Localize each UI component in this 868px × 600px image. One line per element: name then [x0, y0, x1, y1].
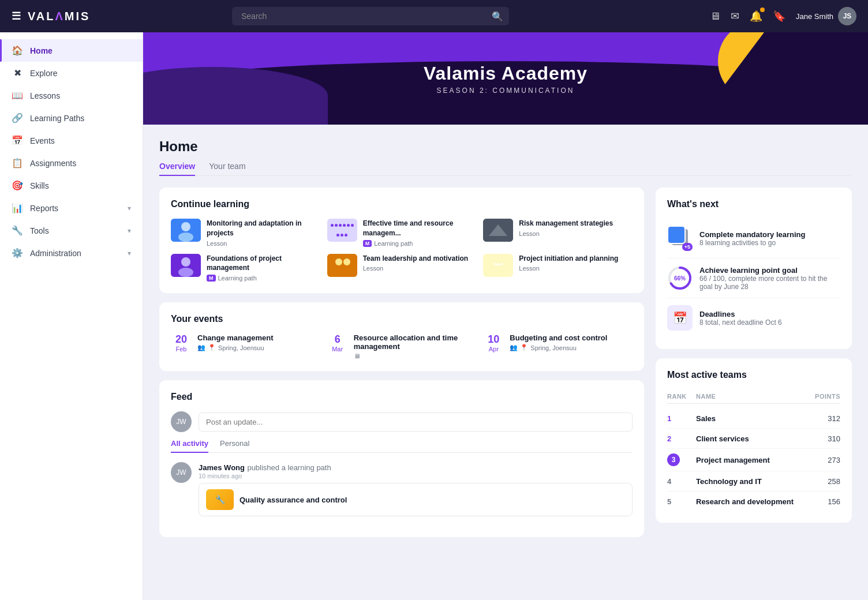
- learning-name-4: Foundations of project management: [207, 254, 320, 273]
- skills-icon: 🎯: [12, 180, 23, 191]
- whats-next-card: What's next +5 Complete mandatory learni…: [656, 187, 852, 349]
- learning-thumb-5: [327, 254, 357, 277]
- team-row-5[interactable]: 5 Research and development 156: [667, 492, 840, 511]
- team-name-2: Client services: [696, 434, 794, 443]
- location-icon-1: 📍: [208, 344, 216, 351]
- teams-table: RANK NAME POINTS 1 Sales 312: [667, 389, 840, 511]
- feed-item-content-1: James Wong published a learning path 10 …: [199, 462, 633, 516]
- sidebar-item-tools[interactable]: 🔧 Tools ▾: [0, 219, 143, 242]
- learning-type-6: Lesson: [519, 265, 633, 272]
- event-item-3[interactable]: 10 Apr Budgeting and cost control 👥 📍 Sp…: [483, 333, 633, 359]
- events-grid: 20 Feb Change management 👥 📍 Spring, Joe…: [171, 333, 633, 359]
- sidebar-label-administration: Administration: [30, 249, 81, 258]
- progress-circle: 66%: [667, 265, 693, 291]
- event-item-2[interactable]: 6 Mar Resource allocation and time manag…: [327, 333, 477, 359]
- notification-badge: [760, 7, 765, 12]
- content-area: Valamis Academy SEASON 2: COMMUNICATION …: [143, 32, 868, 600]
- sidebar-label-assignments: Assignments: [30, 159, 76, 168]
- learning-name-6: Project initiation and planning: [519, 254, 633, 264]
- search-bar: 🔍: [232, 7, 509, 25]
- most-active-teams-title: Most active teams: [667, 370, 840, 380]
- event-item-1[interactable]: 20 Feb Change management 👥 📍 Spring, Joe…: [171, 333, 320, 359]
- sidebar-item-home[interactable]: 🏠 Home: [0, 39, 143, 62]
- wn-deadlines-title: Deadlines: [699, 310, 840, 318]
- learning-thumb-3: [483, 219, 513, 242]
- team-row-4[interactable]: 4 Technology and IT 258: [667, 471, 840, 492]
- page-title: Home: [159, 138, 852, 155]
- sidebar-item-lessons[interactable]: 📖 Lessons: [0, 84, 143, 107]
- wn-stack-img-1: [667, 226, 686, 244]
- sidebar-item-reports[interactable]: 📊 Reports ▾: [0, 197, 143, 219]
- sidebar-item-skills[interactable]: 🎯 Skills: [0, 174, 143, 197]
- events-card: Your events 20 Feb Change management: [159, 302, 644, 371]
- type-badge-4: M: [207, 275, 216, 282]
- mail-icon[interactable]: ✉: [731, 10, 739, 22]
- screens-icon[interactable]: 🖥: [710, 10, 720, 22]
- search-input[interactable]: [232, 7, 509, 25]
- learning-type-5: Lesson: [363, 265, 477, 272]
- learning-type-1: Lesson: [207, 240, 320, 247]
- svg-rect-7: [327, 254, 357, 277]
- learning-thumb-6: 〰: [483, 254, 513, 277]
- hamburger-icon[interactable]: ☰: [12, 10, 22, 22]
- event-month-2: Mar: [327, 346, 348, 352]
- team-rank-3: 3: [667, 453, 696, 466]
- team-name-5: Research and development: [696, 497, 794, 506]
- event-meta-3: 👥 📍 Spring, Joensuu: [510, 344, 633, 351]
- learning-item-5[interactable]: Team leadership and motivation Lesson: [327, 254, 477, 282]
- team-row-2[interactable]: 2 Client services 310: [667, 429, 840, 449]
- learning-name-2: Effective time and resource managem...: [363, 219, 477, 238]
- svg-point-5: [181, 257, 190, 267]
- event-info-3: Budgeting and cost control 👥 📍 Spring, J…: [510, 333, 633, 351]
- learning-paths-icon: 🔗: [12, 112, 23, 123]
- event-date-2: 6 Mar: [327, 333, 348, 352]
- team-rank-4: 4: [667, 476, 696, 486]
- learning-info-2: Effective time and resource managem... M…: [363, 219, 477, 247]
- feed-input[interactable]: [199, 412, 633, 432]
- whats-next-mandatory[interactable]: +5 Complete mandatory learning 8 learnin…: [667, 219, 840, 258]
- learning-thumb-2: [327, 219, 357, 242]
- learning-item-3[interactable]: Risk management strategies Lesson: [483, 219, 633, 247]
- event-meta-2: 🖥: [354, 352, 477, 359]
- hero-banner: Valamis Academy SEASON 2: COMMUNICATION: [143, 32, 868, 125]
- calendar-icon: 📅: [667, 305, 693, 331]
- reports-icon: 📊: [12, 202, 23, 213]
- explore-icon: ✖: [12, 68, 23, 78]
- learning-item-6[interactable]: 〰 Project initiation and planning Lesson: [483, 254, 633, 282]
- main-layout: 🏠 Home ✖ Explore 📖 Lessons 🔗 Learning Pa…: [0, 32, 868, 600]
- team-rank-5: 5: [667, 496, 696, 507]
- group-icon-3: 👥: [510, 344, 518, 351]
- sidebar-item-assignments[interactable]: 📋 Assignments: [0, 152, 143, 174]
- sidebar-item-learning-paths[interactable]: 🔗 Learning Paths: [0, 107, 143, 129]
- sidebar-item-explore[interactable]: ✖ Explore: [0, 62, 143, 84]
- rank-label-3: 3: [667, 453, 680, 466]
- team-points-5: 156: [794, 497, 840, 506]
- whats-next-goal[interactable]: 66% Achieve learning point goal 66 / 100…: [667, 258, 840, 298]
- tab-overview[interactable]: Overview: [159, 162, 195, 175]
- two-col-layout: Continue learning Monitoring and adaptat…: [159, 187, 852, 546]
- whats-next-deadlines[interactable]: 📅 Deadlines 8 total, next deadline Oct 6: [667, 298, 840, 337]
- most-active-teams-card: Most active teams RANK NAME POINTS 1: [656, 358, 852, 523]
- user-chip[interactable]: Jane Smith JS: [796, 7, 856, 25]
- team-row-1[interactable]: 1 Sales 312: [667, 408, 840, 429]
- learning-item-1[interactable]: Monitoring and adaptation in projects Le…: [171, 219, 320, 247]
- learning-thumb-4: [171, 254, 201, 277]
- feed-item-card-1[interactable]: 🔧 Quality assurance and control: [199, 483, 633, 516]
- team-row-3[interactable]: 3 Project management 273: [667, 449, 840, 471]
- feed-card-name-1: Quality assurance and control: [240, 496, 347, 504]
- topnav: ☰ VALΛMIS 🔍 🖥 ✉ 🔔 🔖 Jane Smith JS: [0, 0, 868, 32]
- learning-info-4: Foundations of project management M Lear…: [207, 254, 320, 282]
- search-icon: 🔍: [492, 11, 503, 22]
- events-title: Your events: [171, 314, 633, 324]
- sidebar-item-administration[interactable]: ⚙️ Administration ▾: [0, 242, 143, 264]
- learning-item-2[interactable]: Effective time and resource managem... M…: [327, 219, 477, 247]
- sidebar-item-events[interactable]: 📅 Events: [0, 129, 143, 152]
- bookmark-icon[interactable]: 🔖: [773, 10, 785, 22]
- notification-icon[interactable]: 🔔: [750, 10, 762, 22]
- tab-your-team[interactable]: Your team: [209, 162, 245, 175]
- feed-tab-personal[interactable]: Personal: [220, 439, 249, 452]
- learning-item-4[interactable]: Foundations of project management M Lear…: [171, 254, 320, 282]
- feed-tabs: All activity Personal: [171, 439, 633, 453]
- administration-chevron: ▾: [128, 249, 131, 257]
- feed-tab-all-activity[interactable]: All activity: [171, 439, 208, 452]
